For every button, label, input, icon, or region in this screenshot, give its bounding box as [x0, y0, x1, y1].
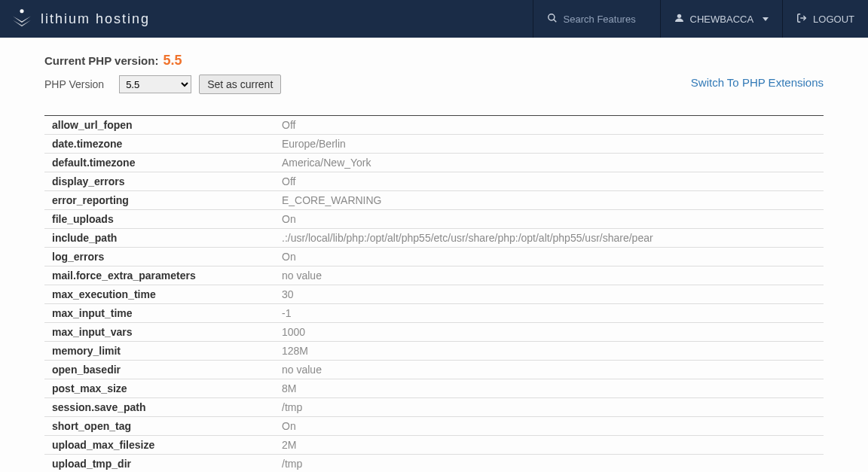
setting-key: memory_limit	[44, 342, 274, 361]
setting-key: default.timezone	[44, 154, 274, 172]
table-row: memory_limit128M	[44, 342, 824, 361]
table-row: mail.force_extra_parametersno value	[44, 266, 824, 285]
version-label: PHP Version	[44, 78, 112, 90]
setting-value[interactable]: Off	[274, 172, 824, 191]
table-row: max_input_vars1000	[44, 323, 824, 342]
setting-value[interactable]: 30	[274, 285, 824, 304]
chevron-down-icon	[763, 17, 769, 21]
version-select[interactable]: 5.5	[119, 75, 191, 93]
setting-key: allow_url_fopen	[44, 116, 274, 135]
table-row: max_input_time-1	[44, 304, 824, 323]
setting-value[interactable]: -1	[274, 304, 824, 323]
table-row: error_reportingE_CORE_WARNING	[44, 191, 824, 210]
setting-key: max_input_time	[44, 304, 274, 323]
search-box[interactable]	[533, 0, 660, 38]
svg-point-1	[548, 14, 554, 20]
setting-key: open_basedir	[44, 361, 274, 379]
table-row: post_max_size8M	[44, 379, 824, 398]
current-version-row: Current PHP version: 5.5	[44, 53, 824, 69]
svg-point-3	[677, 14, 680, 18]
setting-key: short_open_tag	[44, 417, 274, 436]
setting-value[interactable]: Europe/Berlin	[274, 135, 824, 154]
logout-label: LOGOUT	[813, 14, 854, 25]
user-name: CHEWBACCA	[690, 14, 754, 25]
table-row: log_errorsOn	[44, 248, 824, 266]
table-row: include_path.:/usr/local/lib/php:/opt/al…	[44, 229, 824, 248]
search-icon	[547, 13, 558, 26]
setting-value[interactable]: On	[274, 417, 824, 436]
version-select-row: PHP Version 5.5 Set as current Switch To…	[44, 75, 824, 94]
setting-key: file_uploads	[44, 210, 274, 229]
setting-value[interactable]: /tmp	[274, 455, 824, 473]
table-row: upload_tmp_dir/tmp	[44, 455, 824, 473]
svg-point-0	[20, 9, 23, 13]
table-row: allow_url_fopenOff	[44, 116, 824, 135]
set-current-button[interactable]: Set as current	[199, 75, 281, 94]
setting-value[interactable]: Off	[274, 116, 824, 135]
table-row: max_execution_time30	[44, 285, 824, 304]
logout-icon	[796, 13, 807, 26]
table-row: upload_max_filesize2M	[44, 436, 824, 455]
setting-value[interactable]: 8M	[274, 379, 824, 398]
current-version-label: Current PHP version:	[44, 54, 158, 67]
table-row: session.save_path/tmp	[44, 398, 824, 417]
setting-value[interactable]: no value	[274, 266, 824, 285]
table-row: short_open_tagOn	[44, 417, 824, 436]
logout-button[interactable]: LOGOUT	[782, 0, 868, 38]
setting-value[interactable]: On	[274, 210, 824, 229]
table-row: date.timezoneEurope/Berlin	[44, 135, 824, 154]
logo-icon	[9, 6, 35, 32]
table-row: open_basedirno value	[44, 361, 824, 379]
setting-key: include_path	[44, 229, 274, 248]
setting-key: date.timezone	[44, 135, 274, 154]
setting-key: max_execution_time	[44, 285, 274, 304]
topbar-right: CHEWBACCA LOGOUT	[533, 0, 868, 38]
setting-key: mail.force_extra_parameters	[44, 266, 274, 285]
setting-key: upload_max_filesize	[44, 436, 274, 455]
setting-key: post_max_size	[44, 379, 274, 398]
current-version-value: 5.5	[163, 53, 182, 69]
svg-line-2	[553, 19, 556, 22]
search-input[interactable]	[564, 14, 646, 25]
topbar: lithium hosting CHEWBACCA LOGOUT	[0, 0, 868, 38]
table-row: file_uploadsOn	[44, 210, 824, 229]
setting-key: session.save_path	[44, 398, 274, 417]
setting-key: error_reporting	[44, 191, 274, 210]
brand[interactable]: lithium hosting	[0, 6, 159, 32]
setting-key: log_errors	[44, 248, 274, 266]
setting-value[interactable]: /tmp	[274, 398, 824, 417]
table-row: display_errorsOff	[44, 172, 824, 191]
setting-value[interactable]: .:/usr/local/lib/php:/opt/alt/php55/etc/…	[274, 229, 824, 248]
setting-value[interactable]: America/New_York	[274, 154, 824, 172]
table-row: default.timezoneAmerica/New_York	[44, 154, 824, 172]
switch-extensions-link[interactable]: Switch To PHP Extensions	[691, 76, 824, 89]
setting-value[interactable]: On	[274, 248, 824, 266]
setting-value[interactable]: 128M	[274, 342, 824, 361]
setting-key: display_errors	[44, 172, 274, 191]
brand-text: lithium hosting	[41, 11, 150, 27]
settings-table: allow_url_fopenOffdate.timezoneEurope/Be…	[44, 115, 824, 472]
user-menu[interactable]: CHEWBACCA	[660, 0, 783, 38]
setting-value[interactable]: no value	[274, 361, 824, 379]
user-icon	[674, 13, 684, 25]
setting-value[interactable]: E_CORE_WARNING	[274, 191, 824, 210]
setting-value[interactable]: 2M	[274, 436, 824, 455]
setting-key: upload_tmp_dir	[44, 455, 274, 473]
setting-key: max_input_vars	[44, 323, 274, 342]
setting-value[interactable]: 1000	[274, 323, 824, 342]
main-content: Current PHP version: 5.5 PHP Version 5.5…	[26, 38, 842, 472]
